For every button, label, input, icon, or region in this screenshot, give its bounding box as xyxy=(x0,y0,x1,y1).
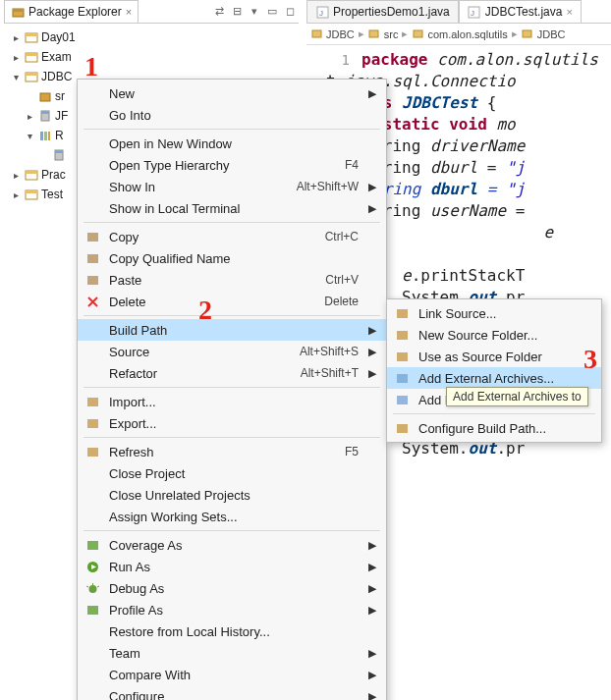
menu-item-label: Refactor xyxy=(109,366,293,381)
submenu-item-label: Add External Archives... xyxy=(418,371,591,386)
menu-item[interactable]: Open in New Window xyxy=(78,133,386,154)
menu-separator xyxy=(83,387,380,388)
view-tabbar: Package Explorer × ⇄ ⊟ ▾ ▭ ◻ xyxy=(4,0,299,24)
menu-item[interactable]: Coverage As▶ xyxy=(78,534,386,556)
menu-item-label: Configure xyxy=(109,689,351,701)
menu-item-shortcut: Ctrl+C xyxy=(325,230,359,243)
tree-twisty-icon[interactable]: ▸ xyxy=(10,170,22,181)
tree-twisty-icon[interactable]: ▾ xyxy=(24,131,35,141)
annotation-1: 1 xyxy=(84,51,98,82)
tree-node-label: Test xyxy=(41,188,63,201)
minimize-icon[interactable]: ▭ xyxy=(265,5,279,19)
package-icon xyxy=(11,5,25,19)
tree-twisty-icon[interactable]: ▾ xyxy=(10,72,22,82)
tree-twisty-icon[interactable]: ▸ xyxy=(10,189,22,200)
breadcrumb-item[interactable]: src xyxy=(384,28,399,40)
submenu-item[interactable]: New Source Folder... xyxy=(387,324,601,346)
tree-node-label: JDBC xyxy=(41,70,72,83)
tree-twisty-icon[interactable]: ▸ xyxy=(10,32,22,43)
breadcrumb-item[interactable]: com.alon.sqlutils xyxy=(427,28,507,40)
chevron-right-icon: ▸ xyxy=(357,27,366,40)
submenu-item[interactable]: Use as Source Folder xyxy=(387,346,601,367)
svg-rect-11 xyxy=(40,132,43,140)
menu-item[interactable]: Show in Local Terminal▶ xyxy=(78,197,386,219)
tree-node-icon xyxy=(38,89,52,103)
tree-twisty-icon[interactable]: ▸ xyxy=(24,111,35,122)
tree-item[interactable]: ▸Day01 xyxy=(10,27,299,47)
menu-item-label: Open Type Hierarchy xyxy=(109,158,337,173)
svg-rect-33 xyxy=(87,398,98,406)
submenu-item[interactable]: Link Source... xyxy=(387,302,601,324)
menu-item[interactable]: Go Into xyxy=(78,104,386,126)
exp-icon xyxy=(83,417,101,430)
menu-item[interactable]: Show InAlt+Shift+W▶ xyxy=(78,176,386,197)
menu-item[interactable]: PasteCtrl+V xyxy=(78,269,386,291)
maximize-icon[interactable]: ◻ xyxy=(283,5,297,19)
menu-item[interactable]: Run As▶ xyxy=(78,556,386,577)
menu-item-shortcut: Ctrl+V xyxy=(325,273,359,287)
code-line[interactable]: 1package com.alon.sqlutils xyxy=(326,49,611,71)
menu-item[interactable]: Import... xyxy=(78,391,386,412)
menu-item[interactable]: CopyCtrl+C xyxy=(78,226,386,247)
menu-item[interactable]: Configure▶ xyxy=(78,685,386,700)
menu-item[interactable]: Copy Qualified Name xyxy=(78,247,386,269)
context-menu: New▶Go IntoOpen in New WindowOpen Type H… xyxy=(77,79,387,700)
breadcrumb-item[interactable]: JDBC xyxy=(326,28,355,40)
breadcrumb-item[interactable]: JDBC xyxy=(537,28,566,40)
chevron-right-icon: ▶ xyxy=(366,324,376,337)
tree-item[interactable]: ▸Exam xyxy=(10,47,299,67)
tree-node-icon xyxy=(25,50,38,64)
menu-item-label: Show In xyxy=(109,180,289,194)
build-path-submenu: Link Source...New Source Folder...Use as… xyxy=(386,298,602,443)
chevron-right-icon: ▸ xyxy=(400,27,410,40)
tree-twisty-icon[interactable]: ▸ xyxy=(10,52,22,63)
menu-item[interactable]: SourceAlt+Shift+S▶ xyxy=(78,341,386,362)
editor-tab-label: JDBCTest.java xyxy=(485,5,563,19)
menu-item-label: Assign Working Sets... xyxy=(109,510,351,524)
menu-item-label: Compare With xyxy=(109,668,351,682)
menu-item[interactable]: Build Path▶ xyxy=(78,319,386,341)
menu-item-label: Run As xyxy=(109,560,351,574)
menu-item-label: Coverage As xyxy=(109,538,351,553)
close-icon[interactable]: × xyxy=(126,6,132,18)
menu-item[interactable]: RefactorAlt+Shift+T▶ xyxy=(78,362,386,384)
package-explorer-tab[interactable]: Package Explorer × xyxy=(4,0,139,23)
link-with-editor-icon[interactable]: ⇄ xyxy=(212,5,226,19)
menu-item-shortcut: Delete xyxy=(324,295,359,308)
menu-item[interactable]: Close Project xyxy=(78,462,386,484)
close-icon[interactable]: × xyxy=(566,6,572,18)
svg-rect-48 xyxy=(397,396,408,404)
collapse-all-icon[interactable]: ⊟ xyxy=(230,5,244,19)
menu-item[interactable]: Debug As▶ xyxy=(78,577,386,599)
del-icon xyxy=(83,296,101,308)
breadcrumb[interactable]: JDBC▸src▸com.alon.sqlutils▸JDBC xyxy=(306,24,611,45)
svg-rect-43 xyxy=(87,606,98,615)
svg-rect-5 xyxy=(26,53,37,56)
svg-rect-49 xyxy=(397,424,408,433)
use-icon xyxy=(393,350,411,363)
menu-item[interactable]: Close Unrelated Projects xyxy=(78,484,386,506)
menu-item-label: Copy xyxy=(109,230,317,244)
submenu-item[interactable]: Configure Build Path... xyxy=(387,417,601,439)
view-menu-icon[interactable]: ▾ xyxy=(248,5,261,19)
submenu-item-label: Use as Source Folder xyxy=(418,350,591,364)
menu-item[interactable]: DeleteDelete xyxy=(78,291,386,312)
menu-item[interactable]: New▶ xyxy=(78,82,386,104)
menu-separator xyxy=(393,413,595,414)
menu-item[interactable]: Profile As▶ xyxy=(78,599,386,620)
editor-tab[interactable]: JJDBCTest.java× xyxy=(459,0,582,23)
menu-item[interactable]: RefreshF5 xyxy=(78,441,386,462)
svg-rect-27 xyxy=(523,30,531,37)
menu-item[interactable]: Export... xyxy=(78,412,386,434)
chevron-right-icon: ▶ xyxy=(366,561,376,573)
menu-item[interactable]: Restore from Local History... xyxy=(78,620,386,642)
submenu-item-label: Link Source... xyxy=(418,306,591,321)
submenu-item[interactable]: Add External Archives... xyxy=(387,367,601,389)
menu-item[interactable]: Compare With▶ xyxy=(78,664,386,685)
menu-item[interactable]: Open Type HierarchyF4 xyxy=(78,154,386,176)
menu-item[interactable]: Assign Working Sets... xyxy=(78,506,386,527)
editor-tab[interactable]: JPropertiesDemo1.java xyxy=(306,0,459,23)
menu-item-label: Open in New Window xyxy=(109,136,351,151)
menu-item[interactable]: Team▶ xyxy=(78,642,386,664)
menu-item-label: Debug As xyxy=(109,581,351,596)
